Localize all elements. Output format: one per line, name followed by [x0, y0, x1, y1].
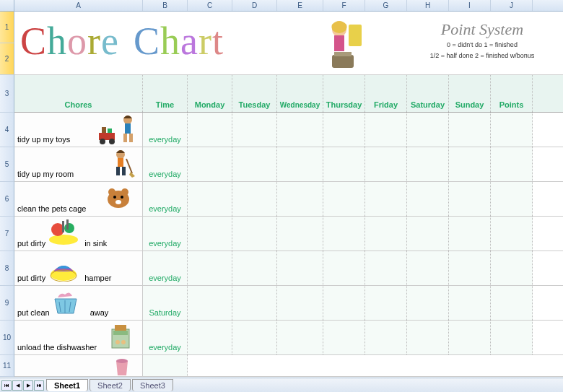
- col-header-F[interactable]: F: [323, 0, 365, 11]
- day-cell[interactable]: [232, 321, 277, 354]
- time-cell[interactable]: everyday: [143, 217, 188, 251]
- day-cell[interactable]: [188, 251, 232, 285]
- day-cell[interactable]: [323, 113, 365, 147]
- chore-cell[interactable]: tidy up my room: [14, 147, 143, 181]
- day-cell[interactable]: [449, 147, 491, 181]
- header-saturday[interactable]: Saturday: [407, 75, 449, 112]
- day-cell[interactable]: [491, 217, 533, 251]
- day-cell[interactable]: [449, 251, 491, 285]
- time-cell[interactable]: Saturday: [143, 286, 188, 320]
- day-cell[interactable]: [232, 217, 277, 251]
- sheet-tab-1[interactable]: Sheet1: [46, 379, 88, 391]
- col-header-B[interactable]: B: [143, 0, 188, 11]
- row-header-6[interactable]: 6: [0, 182, 14, 217]
- day-cell[interactable]: [277, 182, 323, 216]
- col-header-A[interactable]: A: [14, 0, 143, 11]
- prev-sheet-button[interactable]: ◀: [12, 380, 22, 391]
- day-cell[interactable]: [491, 251, 533, 285]
- day-cell[interactable]: [491, 321, 533, 354]
- chore-cell[interactable]: clean the pets cage: [14, 182, 143, 216]
- day-cell[interactable]: [188, 286, 232, 320]
- day-cell[interactable]: [188, 113, 232, 147]
- day-cell[interactable]: [232, 251, 277, 285]
- day-cell[interactable]: [188, 321, 232, 354]
- chore-cell[interactable]: [14, 355, 143, 376]
- day-cell[interactable]: [365, 113, 407, 147]
- time-cell[interactable]: everyday: [143, 113, 188, 147]
- day-cell[interactable]: [323, 217, 365, 251]
- row-header-11[interactable]: 11: [0, 355, 14, 377]
- header-thursday[interactable]: Thursday: [323, 75, 365, 112]
- chore-cell[interactable]: put dirty hamper: [14, 251, 143, 285]
- day-cell[interactable]: [449, 286, 491, 320]
- day-cell[interactable]: [277, 286, 323, 320]
- row-header-5[interactable]: 5: [0, 147, 14, 182]
- day-cell[interactable]: [232, 113, 277, 147]
- day-cell[interactable]: [232, 286, 277, 320]
- header-monday[interactable]: Monday: [188, 75, 232, 112]
- day-cell[interactable]: [407, 251, 449, 285]
- header-wednesday[interactable]: Wednesday: [277, 75, 323, 112]
- day-cell[interactable]: [365, 182, 407, 216]
- day-cell[interactable]: [365, 321, 407, 354]
- col-header-I[interactable]: I: [449, 0, 491, 11]
- day-cell[interactable]: [188, 217, 232, 251]
- row-header-9[interactable]: 9: [0, 286, 14, 321]
- day-cell[interactable]: [407, 182, 449, 216]
- day-cell[interactable]: [365, 251, 407, 285]
- day-cell[interactable]: [407, 321, 449, 354]
- day-cell[interactable]: [323, 147, 365, 181]
- day-cell[interactable]: [323, 286, 365, 320]
- time-cell[interactable]: [143, 355, 188, 376]
- chore-cell[interactable]: put clean away: [14, 286, 143, 320]
- day-cell[interactable]: [323, 251, 365, 285]
- next-sheet-button[interactable]: ▶: [23, 380, 33, 391]
- day-cell[interactable]: [323, 182, 365, 216]
- col-header-D[interactable]: D: [232, 0, 277, 11]
- last-sheet-button[interactable]: ⏭: [34, 380, 44, 391]
- day-cell[interactable]: [232, 182, 277, 216]
- day-cell[interactable]: [491, 286, 533, 320]
- header-chores[interactable]: Chores: [14, 75, 143, 112]
- day-cell[interactable]: [491, 147, 533, 181]
- day-cell[interactable]: [277, 113, 323, 147]
- row-header-4[interactable]: 4: [0, 113, 14, 147]
- day-cell[interactable]: [449, 217, 491, 251]
- day-cell[interactable]: [365, 147, 407, 181]
- day-cell[interactable]: [277, 147, 323, 181]
- time-cell[interactable]: everyday: [143, 321, 188, 354]
- time-cell[interactable]: everyday: [143, 251, 188, 285]
- sheet-tab-2[interactable]: Sheet2: [90, 379, 131, 391]
- row-header-10[interactable]: 10: [0, 321, 14, 355]
- day-cell[interactable]: [491, 113, 533, 147]
- day-cell[interactable]: [491, 182, 533, 216]
- day-cell[interactable]: [407, 113, 449, 147]
- row-header-1[interactable]: 1: [0, 12, 14, 43]
- day-cell[interactable]: [188, 182, 232, 216]
- chore-cell[interactable]: put dirty in sink: [14, 217, 143, 251]
- chore-cell[interactable]: unload the dishwasher: [14, 321, 143, 354]
- header-tuesday[interactable]: Tuesday: [232, 75, 277, 112]
- time-cell[interactable]: everyday: [143, 182, 188, 216]
- day-cell[interactable]: [449, 113, 491, 147]
- row-header-8[interactable]: 8: [0, 251, 14, 286]
- chore-cell[interactable]: tidy up my toys: [14, 113, 143, 147]
- day-cell[interactable]: [449, 182, 491, 216]
- day-cell[interactable]: [277, 217, 323, 251]
- first-sheet-button[interactable]: ⏮: [1, 380, 12, 391]
- row-header-3[interactable]: 3: [0, 75, 14, 113]
- header-points[interactable]: Points: [491, 75, 533, 112]
- header-sunday[interactable]: Sunday: [449, 75, 491, 112]
- day-cell[interactable]: [449, 321, 491, 354]
- day-cell[interactable]: [365, 286, 407, 320]
- col-header-C[interactable]: C: [188, 0, 232, 11]
- col-header-E[interactable]: E: [277, 0, 323, 11]
- day-cell[interactable]: [323, 321, 365, 354]
- day-cell[interactable]: [407, 286, 449, 320]
- col-header-J[interactable]: J: [491, 0, 533, 11]
- day-cell[interactable]: [407, 147, 449, 181]
- day-cell[interactable]: [277, 321, 323, 354]
- header-time[interactable]: Time: [143, 75, 188, 112]
- row-header-2[interactable]: 2: [0, 43, 14, 75]
- day-cell[interactable]: [188, 147, 232, 181]
